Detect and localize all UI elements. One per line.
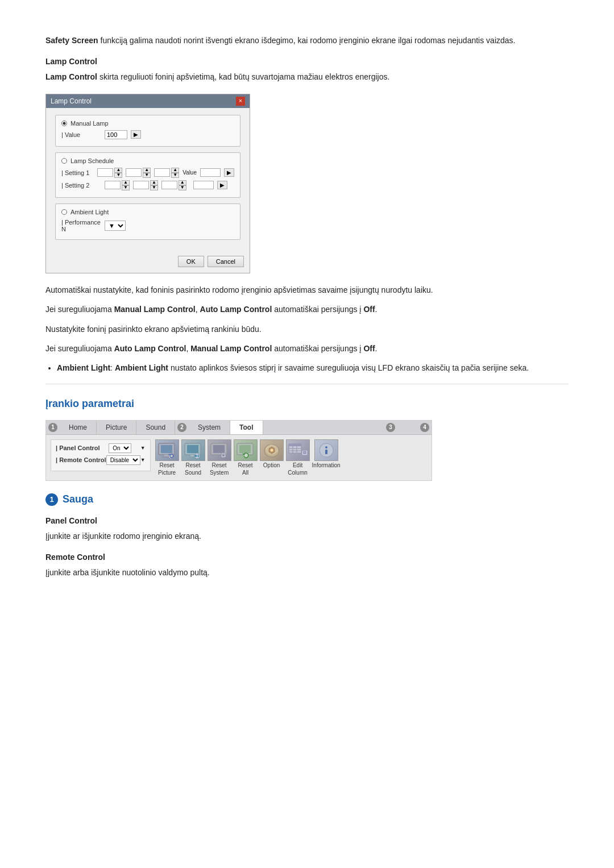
edit-column-svg: [287, 442, 309, 459]
safety-screen-paragraph: Safety Screen funkciją galima naudoti no…: [45, 34, 569, 47]
ambient-light-bullet-bold1: Ambient Light: [57, 363, 110, 372]
lamp-control-desc-bold: Lamp Control: [45, 72, 97, 81]
manual-lamp-title: Manual Lamp: [61, 120, 234, 127]
dialog-close-button[interactable]: ×: [236, 97, 245, 106]
ok-button[interactable]: OK: [178, 256, 204, 267]
setting1-sec-down[interactable]: ▼: [171, 173, 179, 178]
panel-arrow: ▼: [140, 445, 146, 451]
value-row: | Value ▶: [61, 130, 234, 139]
setting2-min-down[interactable]: ▼: [150, 185, 158, 190]
reset-all-btn[interactable]: Reset All: [234, 439, 258, 476]
setting2-sec-input[interactable]: [161, 181, 177, 189]
performance-row: | Performance N ▼: [61, 219, 234, 232]
lamp-schedule-label: Lamp Schedule: [70, 157, 114, 164]
ambient-light-section: Ambient Light | Performance N ▼: [55, 203, 240, 240]
reset-picture-btn[interactable]: Reset Picture: [155, 439, 179, 476]
setting2-hour-spin: ▲ ▼: [105, 180, 130, 190]
dialog-titlebar: Lamp Control ×: [46, 94, 250, 108]
tab-picture[interactable]: Picture: [97, 421, 136, 434]
lamp-control-desc-text: skirta reguliuoti foninį apšvietimą, kad…: [97, 72, 389, 81]
tab-num-2: 2: [177, 423, 186, 432]
sauga-num: 1: [45, 493, 58, 506]
svg-rect-1: [161, 445, 172, 453]
tab-system[interactable]: System: [189, 421, 230, 434]
manual-lamp2-bold: Manual Lamp Control: [190, 344, 272, 353]
setting2-row: | Setting 2 ▲ ▼ ▲ ▼: [61, 180, 234, 190]
reset-all-label1: Reset: [238, 462, 253, 468]
reset-system-icon: [208, 439, 231, 461]
setting2-min-input[interactable]: [133, 181, 149, 189]
setting2-sec-down[interactable]: ▼: [179, 185, 186, 190]
lamp-dialog-container: Lamp Control × Manual Lamp | Value ▶: [45, 94, 569, 273]
reset-picture-icon: [155, 439, 179, 461]
cancel-button[interactable]: Cancel: [208, 256, 244, 267]
dialog-title: Lamp Control: [51, 97, 92, 105]
performance-label: | Performance N: [61, 219, 101, 232]
lamp-schedule-radio[interactable]: [61, 158, 67, 164]
off2-bold: Off: [363, 344, 375, 353]
panel-control-desc: Įjunkite ar išjunkite rodomo įrenginio e…: [45, 530, 569, 542]
remote-control-row: | Remote Control Disable ▼: [56, 455, 146, 465]
performance-select[interactable]: ▼: [105, 221, 126, 231]
setting1-min-input[interactable]: [126, 168, 142, 177]
setting1-value-label: Value: [182, 169, 197, 176]
setting1-sec-spin: ▲ ▼: [154, 168, 179, 178]
svg-point-18: [270, 448, 273, 452]
manual-lamp-radio[interactable]: [61, 121, 67, 126]
svg-rect-10: [213, 445, 225, 453]
reset-sound-btn[interactable]: Reset Sound: [181, 439, 205, 476]
option-btn[interactable]: Option: [260, 439, 284, 476]
auto-lamp-control-bold: Auto Lamp Control: [200, 305, 272, 314]
setting1-hour-btns: ▲ ▼: [114, 168, 122, 178]
dialog-footer: OK Cancel: [46, 252, 250, 273]
tool-icons-area: Reset Picture: [155, 439, 341, 476]
tab-tool[interactable]: Tool: [230, 421, 263, 434]
jei1-text: Jei sureguliuojama: [45, 305, 114, 314]
tool-tab-strip: 1 Home Picture Sound 2 System Tool 3 4: [46, 421, 432, 435]
edit-column-btn[interactable]: Edit Column: [286, 439, 310, 476]
panel-control-select[interactable]: On: [109, 443, 131, 453]
setting2-value-input[interactable]: [193, 181, 214, 189]
setting2-hour-input[interactable]: [105, 181, 121, 189]
jei2-paragraph: Nustatykite foninį pasirinkto ekrano apš…: [45, 323, 569, 335]
setting1-min-down[interactable]: ▼: [143, 173, 151, 178]
value-input[interactable]: [105, 130, 127, 139]
setting1-sec-input[interactable]: [154, 168, 170, 177]
reset-picture-svg: [156, 442, 178, 459]
value-arrow-btn[interactable]: ▶: [131, 130, 141, 139]
tool-icons-row1: Reset Picture: [155, 439, 341, 476]
lamp-control-heading: Lamp Control: [45, 57, 569, 66]
setting1-value-input[interactable]: [200, 168, 221, 177]
setting2-hour-down[interactable]: ▼: [122, 185, 130, 190]
reset-all-svg: [235, 442, 256, 459]
jei3-mid: ,: [186, 344, 190, 353]
setting1-hour-down[interactable]: ▼: [114, 173, 122, 178]
jei3-text: Jei sureguliuojama: [45, 344, 114, 353]
safety-screen-bold: Safety Screen: [45, 36, 98, 45]
setting2-value-arrow[interactable]: ▶: [217, 181, 227, 189]
period1: .: [375, 305, 377, 314]
information-btn[interactable]: Information: [312, 439, 341, 476]
remote-control-heading: Remote Control: [45, 553, 569, 562]
sauga-title: Sauga: [63, 493, 93, 505]
setting2-sec-btns: ▲ ▼: [179, 180, 186, 190]
setting1-label: | Setting 1: [61, 169, 94, 176]
ambient-light-radio[interactable]: [61, 209, 67, 215]
setting1-min-spin: ▲ ▼: [126, 168, 151, 178]
setting1-value-arrow[interactable]: ▶: [224, 168, 234, 177]
edit-column-icon: [286, 439, 310, 461]
svg-rect-6: [187, 445, 198, 453]
tab-home[interactable]: Home: [60, 421, 97, 434]
tool-left-panel: | Panel Control On ▼ | Remote Control Di…: [51, 439, 151, 471]
setting1-hour-input[interactable]: [97, 168, 113, 177]
reset-sound-label1: Reset: [186, 462, 201, 468]
tab-num-1: 1: [48, 423, 57, 432]
tool-ui-container: 1 Home Picture Sound 2 System Tool 3 4 |…: [45, 420, 432, 481]
tab-num-4: 4: [420, 423, 429, 432]
reset-all-icon: [234, 439, 258, 461]
reset-system-btn[interactable]: Reset System: [208, 439, 231, 476]
lamp-dialog: Lamp Control × Manual Lamp | Value ▶: [45, 94, 250, 273]
tab-sound[interactable]: Sound: [136, 421, 175, 434]
tab-num-3: 3: [386, 423, 395, 432]
remote-control-select[interactable]: Disable: [106, 455, 140, 465]
